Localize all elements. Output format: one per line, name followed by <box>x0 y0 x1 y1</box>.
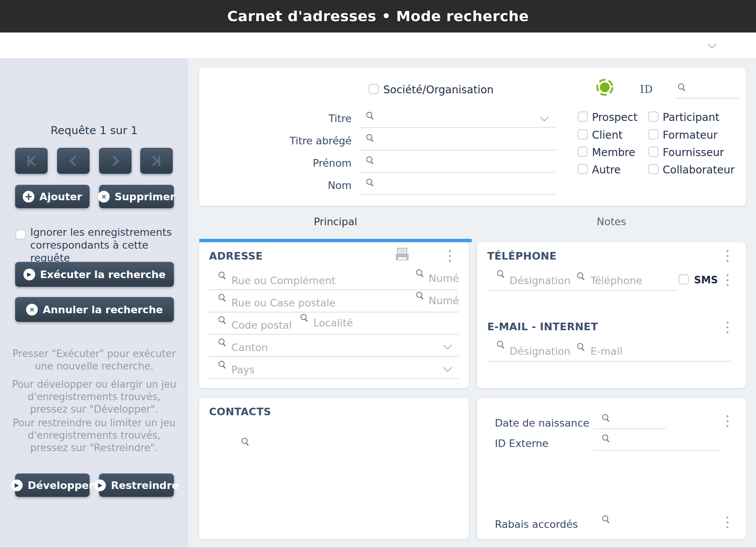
tab-notes[interactable]: Notes <box>477 212 746 231</box>
first-record-icon <box>24 154 39 168</box>
field-underline <box>208 334 459 335</box>
societe-organisation-checkbox[interactable] <box>369 84 379 94</box>
x-circle-icon: ✕ <box>26 304 38 315</box>
supprimer-button-label: Supprimer <box>115 191 175 203</box>
layout-target-icon[interactable] <box>596 78 614 98</box>
prenom-input[interactable] <box>379 156 545 170</box>
adresse-menu-kebab-icon[interactable] <box>447 248 453 264</box>
code-postal-input[interactable] <box>231 318 294 332</box>
ignore-records-label: Ignorer les enregistrements correspondan… <box>30 226 181 264</box>
collaborateur-checkbox[interactable] <box>648 164 658 174</box>
sms-checkbox[interactable] <box>679 274 689 285</box>
next-record-button[interactable] <box>99 148 132 174</box>
previous-record-button[interactable] <box>57 148 90 174</box>
search-icon <box>218 294 226 302</box>
titre-input[interactable] <box>379 112 530 125</box>
field-underline <box>360 194 555 195</box>
plus-circle-icon: + <box>23 191 34 203</box>
rabais-menu-kebab-icon[interactable] <box>724 514 731 530</box>
supprimer-button[interactable]: ✕ Supprimer <box>99 185 174 208</box>
localite-input[interactable] <box>313 316 457 329</box>
search-icon <box>300 314 308 322</box>
id-externe-label: ID Externe <box>495 438 548 449</box>
ignore-records-checkbox[interactable] <box>15 229 26 240</box>
requete-counter: Requête 1 sur 1 <box>0 124 188 137</box>
participant-checkbox[interactable] <box>648 111 658 122</box>
adresse-title: ADRESSE <box>209 250 263 262</box>
annuler-button-label: Annuler la recherche <box>43 304 163 315</box>
rabais-accordes-input[interactable] <box>615 516 713 529</box>
field-underline <box>593 450 720 451</box>
contacts-search-input[interactable] <box>254 438 424 451</box>
id-search-input[interactable] <box>689 84 738 97</box>
telephone-menu-kebab-icon[interactable] <box>724 248 731 264</box>
email-input[interactable] <box>590 344 696 358</box>
x-circle-icon: ✕ <box>98 191 110 203</box>
search-icon <box>602 434 610 442</box>
restreindre-button[interactable]: ▶ Restreindre <box>99 473 174 497</box>
developper-button[interactable]: ▶ Développer <box>15 473 90 497</box>
email-menu-kebab-icon[interactable] <box>724 319 731 336</box>
prospect-label: Prospect <box>592 111 637 124</box>
search-icon <box>241 438 249 446</box>
rabais-accordes-label: Rabais accordés <box>495 518 578 530</box>
field-underline <box>208 289 459 290</box>
search-icon <box>366 178 374 187</box>
search-icon <box>218 271 226 280</box>
fournisseur-label: Fournisseur <box>663 146 724 159</box>
field-underline <box>487 361 731 362</box>
search-icon <box>678 83 686 91</box>
titre-abrege-label: Titre abrégé <box>227 135 352 147</box>
field-underline <box>360 172 555 173</box>
pays-input[interactable] <box>231 363 428 376</box>
window-bottom-edge <box>0 547 756 549</box>
numero2-input[interactable] <box>429 294 465 307</box>
membre-checkbox[interactable] <box>578 147 588 157</box>
field-underline <box>208 312 459 312</box>
divers-menu-kebab-icon[interactable] <box>724 413 731 429</box>
fournisseur-checkbox[interactable] <box>648 147 658 157</box>
ajouter-button-label: Ajouter <box>39 191 82 203</box>
search-icon <box>366 134 374 142</box>
tab-principal[interactable]: Principal <box>199 212 472 231</box>
canton-input[interactable] <box>231 340 428 354</box>
ajouter-button[interactable]: + Ajouter <box>15 185 90 208</box>
prenom-label: Prénom <box>227 157 352 169</box>
last-record-button[interactable] <box>140 148 173 174</box>
prospect-checkbox[interactable] <box>578 111 588 122</box>
pays-dropdown-chevron-icon[interactable] <box>443 364 453 372</box>
toolbar <box>0 32 756 59</box>
search-icon <box>497 270 505 278</box>
client-checkbox[interactable] <box>578 129 588 139</box>
numero1-input[interactable] <box>429 271 465 285</box>
help-paragraph-2: Pour développer ou élargir un jeu d'enre… <box>9 378 180 416</box>
titre-abrege-input[interactable] <box>379 134 545 148</box>
executer-button-label: Exécuter la recherche <box>40 269 166 280</box>
rue-complement-input[interactable] <box>231 274 398 287</box>
telephone-input[interactable] <box>590 274 672 287</box>
date-naissance-input[interactable] <box>615 414 666 428</box>
canton-dropdown-chevron-icon[interactable] <box>443 342 453 350</box>
titre-dropdown-chevron-icon[interactable] <box>540 114 550 121</box>
autre-checkbox[interactable] <box>578 164 588 174</box>
play-circle-icon: ▶ <box>23 269 35 280</box>
play-circle-icon: ▶ <box>11 479 23 491</box>
print-icon[interactable] <box>394 247 410 265</box>
field-underline <box>487 290 677 291</box>
play-circle-icon: ▶ <box>94 479 106 491</box>
nom-input[interactable] <box>379 179 545 192</box>
executer-recherche-button[interactable]: ▶ Exécuter la recherche <box>15 262 174 287</box>
annuler-recherche-button[interactable]: ✕ Annuler la recherche <box>15 297 174 322</box>
field-underline <box>675 98 739 99</box>
first-record-button[interactable] <box>15 148 48 174</box>
id-externe-input[interactable] <box>615 435 720 448</box>
societe-organisation-label: Société/Organisation <box>383 84 494 96</box>
toolbar-chevron-down-icon[interactable] <box>708 41 717 48</box>
rue-case-postale-input[interactable] <box>231 296 398 309</box>
telephone-row-kebab-icon[interactable] <box>724 272 731 288</box>
formateur-checkbox[interactable] <box>648 129 658 139</box>
tab-principal-label: Principal <box>314 216 357 227</box>
tel-designation-input[interactable] <box>510 274 572 287</box>
email-designation-input[interactable] <box>510 344 572 358</box>
next-record-icon <box>108 154 122 168</box>
